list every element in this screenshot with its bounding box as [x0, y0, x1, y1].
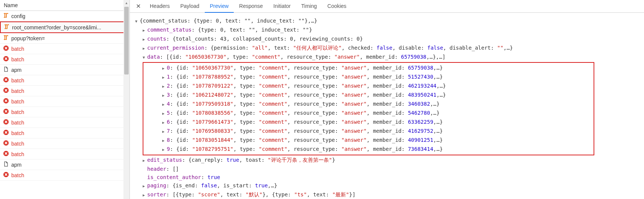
expand-arrow-icon[interactable]	[162, 136, 166, 145]
tree-node-data-item[interactable]: 8: {id: "10783051844", type: "comment", …	[143, 136, 594, 145]
tree-node-data-item[interactable]: 2: {id: "10778709122", type: "comment", …	[143, 82, 594, 91]
error-icon	[3, 87, 9, 94]
request-label: batch	[11, 99, 24, 105]
request-item[interactable]: config	[0, 11, 129, 21]
tree-node-data-item[interactable]: 5: {id: "10780838556", type: "comment", …	[143, 109, 594, 118]
tree-node-data[interactable]: data: [{id: "10650367730", type: "commen…	[131, 53, 642, 62]
preview-body[interactable]: {comment_status: {type: 0, text: "", ind…	[130, 13, 644, 199]
sidebar-header-name[interactable]: Name	[0, 0, 129, 11]
tab-preview[interactable]: Preview	[205, 0, 234, 13]
tree-root[interactable]: {comment_status: {type: 0, text: "", ind…	[131, 17, 642, 26]
request-item[interactable]: batch	[0, 54, 129, 65]
fetch-icon	[3, 12, 9, 20]
expand-arrow-icon[interactable]	[143, 53, 146, 62]
expand-arrow-icon[interactable]	[162, 118, 166, 127]
request-item[interactable]: batch	[0, 44, 129, 54]
request-label: config	[11, 13, 25, 19]
tree-node-data-item[interactable]: 3: {id: "10621248072", type: "comment", …	[143, 91, 594, 100]
request-label: batch	[11, 120, 24, 126]
expand-arrow-icon[interactable]	[143, 181, 146, 190]
network-request-sidebar: Name configroot_comment?order_by=score&l…	[0, 0, 130, 199]
expand-arrow-icon[interactable]	[143, 26, 146, 35]
expand-arrow-icon[interactable]	[135, 17, 139, 26]
request-item[interactable]: batch	[0, 107, 129, 117]
tree-node-sorter[interactable]: sorter: [{type: "score", text: "默认"}, {t…	[131, 190, 642, 199]
tree-node-data-item[interactable]: 7: {id: "10769580833", type: "comment", …	[143, 127, 594, 136]
expand-arrow-icon[interactable]	[162, 82, 166, 91]
tree-node-header[interactable]: header: []	[131, 165, 642, 173]
request-list: configroot_comment?order_by=score&limi..…	[0, 11, 129, 199]
request-label: batch	[11, 109, 24, 115]
tree-node-data-item[interactable]: 6: {id: "10779661473", type: "comment", …	[143, 118, 594, 127]
details-tabs: ✕ HeadersPayloadPreviewResponseInitiator…	[130, 0, 644, 13]
request-label: batch	[11, 172, 24, 178]
expand-arrow-icon[interactable]	[162, 64, 166, 73]
request-label: batch	[11, 130, 24, 136]
tab-payload[interactable]: Payload	[175, 0, 205, 13]
expand-arrow-icon[interactable]	[143, 35, 146, 44]
scroll-up-arrow-icon[interactable]: ▲	[123, 1, 129, 5]
request-item[interactable]: apm	[0, 65, 129, 75]
expand-arrow-icon[interactable]	[143, 44, 146, 53]
request-item[interactable]: batch	[0, 170, 129, 181]
tab-headers[interactable]: Headers	[145, 0, 175, 13]
tree-node-edit-status[interactable]: edit_status: {can_reply: true, toast: "评…	[131, 156, 642, 165]
expand-arrow-icon[interactable]	[143, 156, 146, 165]
expand-arrow-icon[interactable]	[162, 145, 166, 154]
request-label: apm	[11, 67, 21, 73]
request-item[interactable]: popup?token=	[0, 33, 129, 44]
expand-arrow-icon[interactable]	[162, 73, 166, 82]
tab-initiator[interactable]: Initiator	[268, 0, 296, 13]
tree-node-current-permission[interactable]: current_permission: {permission: "all", …	[131, 44, 642, 53]
tree-node-counts[interactable]: counts: {total_counts: 43, collapsed_cou…	[131, 35, 642, 44]
request-item[interactable]: batch	[0, 128, 129, 138]
tree-node-paging[interactable]: paging: {is_end: false, is_start: true,……	[131, 181, 642, 190]
tab-timing[interactable]: Timing	[296, 0, 322, 13]
request-item[interactable]: batch	[0, 75, 129, 86]
request-item[interactable]: batch	[0, 117, 129, 128]
request-label: batch	[11, 88, 24, 94]
request-label: root_comment?order_by=score&limi...	[12, 24, 101, 30]
expand-arrow-icon[interactable]	[162, 100, 166, 109]
error-icon	[3, 56, 9, 63]
request-item[interactable]: root_comment?order_by=score&limi...	[0, 21, 129, 33]
close-details-button[interactable]: ✕	[132, 1, 145, 11]
request-item[interactable]: batch	[0, 96, 129, 107]
tree-node-data-item[interactable]: 0: {id: "10650367730", type: "comment", …	[143, 64, 594, 73]
error-icon	[3, 129, 9, 137]
request-item[interactable]: batch	[0, 86, 129, 96]
error-icon	[3, 119, 9, 126]
request-item[interactable]: batch	[0, 149, 129, 160]
tree-node-is-content-author[interactable]: is_content_author: true	[131, 173, 642, 181]
error-icon	[3, 77, 9, 84]
error-icon	[3, 172, 9, 179]
error-icon	[3, 45, 9, 52]
expand-arrow-icon[interactable]	[143, 190, 146, 199]
request-label: batch	[11, 151, 24, 157]
expand-arrow-icon[interactable]	[162, 91, 166, 100]
error-icon	[3, 108, 9, 115]
doc-icon	[3, 161, 9, 168]
tree-node-data-item[interactable]: 1: {id: "10778788952", type: "comment", …	[143, 73, 594, 82]
sidebar-scrollbar[interactable]: ▲	[123, 0, 129, 199]
scrollbar-thumb[interactable]	[124, 7, 129, 74]
error-icon	[3, 150, 9, 158]
request-item[interactable]: batch	[0, 138, 129, 149]
highlighted-data-block: 0: {id: "10650367730", type: "comment", …	[143, 62, 594, 155]
expand-arrow-icon[interactable]	[162, 127, 166, 136]
request-label: batch	[11, 141, 24, 147]
doc-icon	[3, 66, 9, 73]
request-label: batch	[11, 46, 24, 52]
error-icon	[3, 98, 9, 105]
tree-node-data-item[interactable]: 9: {id: "10782795751", type: "comment", …	[143, 145, 594, 154]
request-label: popup?token=	[11, 35, 45, 41]
expand-arrow-icon[interactable]	[162, 109, 166, 118]
tab-response[interactable]: Response	[234, 0, 268, 13]
request-label: apm	[11, 162, 21, 168]
error-icon	[3, 140, 9, 147]
request-label: batch	[11, 77, 24, 84]
tab-cookies[interactable]: Cookies	[322, 0, 352, 13]
tree-node-data-item[interactable]: 4: {id: "10779509318", type: "comment", …	[143, 100, 594, 109]
request-item[interactable]: apm	[0, 160, 129, 170]
tree-node-comment-status[interactable]: comment_status: {type: 0, text: "", indu…	[131, 26, 642, 35]
